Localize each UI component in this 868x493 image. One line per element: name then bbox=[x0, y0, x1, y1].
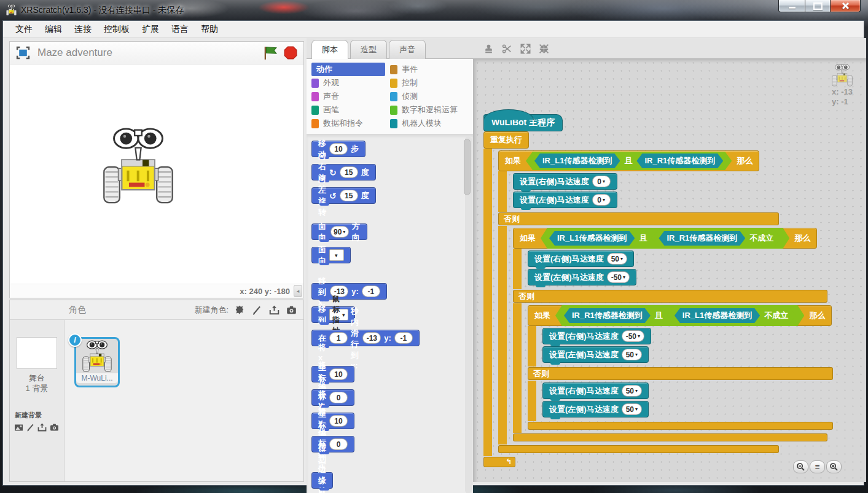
delete-tool-button[interactable] bbox=[501, 42, 513, 55]
speed-dropdown[interactable]: 50 bbox=[622, 349, 642, 360]
palette-tab-1[interactable]: 脚本 bbox=[311, 40, 348, 59]
value-input[interactable]: -13 bbox=[362, 332, 381, 344]
palette-block[interactable]: 面向90方向 bbox=[311, 223, 367, 240]
shrink-tool-button[interactable] bbox=[538, 42, 550, 55]
menu-dropdown[interactable]: 鼠标指针 bbox=[329, 309, 348, 320]
set-left-motor-block[interactable]: 设置(左侧)马达速度50 bbox=[542, 401, 649, 417]
else-bar[interactable]: 否则 bbox=[513, 290, 827, 303]
paint-backdrop-button[interactable] bbox=[26, 422, 35, 432]
value-input[interactable]: 10 bbox=[329, 368, 348, 380]
stage-thumbnail[interactable] bbox=[17, 337, 57, 369]
category-1[interactable]: 动作 bbox=[311, 63, 385, 76]
value-input[interactable]: 10 bbox=[329, 415, 348, 427]
speed-dropdown[interactable]: 50 bbox=[622, 385, 642, 397]
stop-icon[interactable] bbox=[284, 46, 297, 60]
speed-dropdown[interactable]: 50 bbox=[607, 253, 627, 265]
category-5[interactable]: 机器人模块 bbox=[390, 117, 471, 130]
image-backdrop-button[interactable] bbox=[14, 422, 24, 432]
close-button[interactable] bbox=[830, 0, 861, 12]
palette-block[interactable]: 移到 x:-13y:-1 bbox=[311, 283, 387, 300]
palette-block[interactable]: 面向 bbox=[311, 247, 351, 263]
sprite-card-selected[interactable]: M-WuLi... bbox=[74, 337, 120, 387]
sensor-block-ir-l1[interactable]: IR_L1传感器检测到 bbox=[674, 308, 760, 323]
if-else-block-2[interactable]: 如果 IR_L1传感器检测到 且 IR_R1传感器检测到 不成立 bbox=[513, 228, 833, 441]
speed-dropdown[interactable]: -50 bbox=[622, 330, 644, 342]
category-1[interactable]: 事件 bbox=[390, 63, 471, 76]
speed-dropdown[interactable]: 50 bbox=[622, 403, 642, 415]
minimize-button[interactable] bbox=[778, 0, 805, 12]
stage-selector[interactable]: 舞台 1 背景 新建背景 bbox=[10, 320, 65, 481]
menu-dropdown[interactable] bbox=[329, 249, 344, 261]
sensor-block-ir-r1[interactable]: IR_R1传感器检测到 bbox=[636, 153, 723, 168]
palette-scrollbar[interactable] bbox=[465, 136, 472, 493]
palette-block[interactable]: 移到鼠标指针 bbox=[311, 306, 355, 323]
menu-item-7[interactable]: 帮助 bbox=[195, 21, 224, 37]
palette-tab-3[interactable]: 声音 bbox=[389, 40, 426, 59]
camera-sprite-button[interactable] bbox=[284, 303, 299, 317]
and-operator[interactable]: IR_L1传感器检测到 且 IR_R1传感器检测到 不成立 bbox=[541, 228, 789, 249]
value-input[interactable]: 15 bbox=[340, 166, 358, 178]
set-right-motor-block[interactable]: 设置(右侧)马达速度50 bbox=[528, 250, 634, 267]
camera-backdrop-button[interactable] bbox=[49, 422, 60, 432]
upload-sprite-button[interactable] bbox=[267, 303, 281, 317]
zoom-out-button[interactable] bbox=[793, 460, 808, 473]
zoom-in-button[interactable] bbox=[826, 460, 842, 473]
value-input[interactable]: 0 bbox=[329, 392, 348, 403]
upload-backdrop-button[interactable] bbox=[37, 422, 47, 432]
category-3[interactable]: 侦测 bbox=[390, 90, 471, 103]
else-bar[interactable]: 否则 bbox=[498, 212, 779, 225]
menu-item-4[interactable]: 控制板 bbox=[98, 21, 136, 37]
sensor-block-ir-r1[interactable]: IR_R1传感器检测到 bbox=[659, 231, 745, 246]
new-sprite-button[interactable] bbox=[232, 303, 247, 317]
menu-item-2[interactable]: 编辑 bbox=[39, 21, 68, 37]
palette-block[interactable]: 碰到边缘就反弹 bbox=[311, 472, 333, 489]
set-left-motor-block[interactable]: 设置(左侧)马达速度0 bbox=[513, 192, 617, 208]
maximize-button[interactable] bbox=[805, 0, 830, 12]
category-4[interactable]: 数字和逻辑运算 bbox=[390, 103, 471, 117]
sprite-info-badge[interactable]: i bbox=[68, 333, 82, 347]
if-else-block-3[interactable]: 如果 IR_R1传感器检测到 且 IR_L1传感器检测到 不成立 bbox=[528, 305, 833, 430]
speed-dropdown[interactable]: 0 bbox=[592, 176, 611, 187]
stage-canvas[interactable] bbox=[10, 64, 303, 284]
set-right-motor-block[interactable]: 设置(右侧)马达速度-50 bbox=[542, 328, 651, 344]
menu-item-3[interactable]: 连接 bbox=[68, 21, 98, 37]
category-5[interactable]: 数据和指令 bbox=[311, 117, 390, 130]
value-dropdown[interactable]: 90 bbox=[330, 226, 349, 238]
grow-tool-button[interactable] bbox=[519, 42, 531, 55]
if-else-block-1[interactable]: 如果 IR_L1传感器检测到 且 IR_R1传感器检测到 那么 设置(右侧)马达… bbox=[498, 150, 833, 453]
not-operator[interactable]: IR_R1传感器检测到 不成立 bbox=[651, 230, 781, 247]
zoom-reset-button[interactable]: = bbox=[810, 460, 825, 473]
value-input[interactable]: -1 bbox=[394, 332, 413, 344]
palette-block[interactable]: 向左旋转↺15度 bbox=[311, 187, 376, 204]
green-flag-icon[interactable] bbox=[263, 45, 278, 60]
set-right-motor-block[interactable]: 设置(右侧)马达速度0 bbox=[513, 173, 617, 190]
sensor-block-ir-l1[interactable]: IR_L1传感器检测到 bbox=[549, 231, 635, 246]
category-2[interactable]: 控制 bbox=[390, 76, 471, 90]
script-area[interactable]: x: -13 y: -1 WuLiBot 主程序 重复执行 如果 IR_L1传感… bbox=[474, 59, 866, 482]
set-right-motor-block[interactable]: 设置(右侧)马达速度50 bbox=[542, 382, 649, 399]
robot-sprite[interactable] bbox=[101, 127, 176, 207]
menu-item-5[interactable]: 扩展 bbox=[136, 21, 165, 37]
category-4[interactable]: 画笔 bbox=[311, 103, 390, 117]
sensor-block-ir-l1[interactable]: IR_L1传感器检测到 bbox=[534, 153, 620, 168]
forever-block[interactable]: 重复执行 如果 IR_L1传感器检测到 且 IR_R1传感器检测到 bbox=[483, 131, 833, 467]
menu-item-6[interactable]: 语言 bbox=[165, 21, 195, 37]
and-operator[interactable]: IR_L1传感器检测到 且 IR_R1传感器检测到 bbox=[526, 152, 732, 170]
speed-dropdown[interactable]: 0 bbox=[592, 194, 611, 206]
set-left-motor-block[interactable]: 设置(左侧)马达速度-50 bbox=[528, 269, 636, 285]
value-input[interactable]: 1 bbox=[329, 332, 348, 344]
sensor-block-ir-r1[interactable]: IR_R1传感器检测到 bbox=[564, 308, 651, 323]
value-input[interactable]: 0 bbox=[329, 438, 348, 450]
value-input[interactable]: -1 bbox=[362, 285, 380, 297]
and-operator[interactable]: IR_R1传感器检测到 且 IR_L1传感器检测到 不成立 bbox=[555, 305, 804, 326]
category-3[interactable]: 声音 bbox=[311, 90, 390, 103]
set-left-motor-block[interactable]: 设置(左侧)马达速度50 bbox=[542, 346, 649, 363]
speed-dropdown[interactable]: -50 bbox=[607, 271, 630, 283]
fullscreen-icon[interactable] bbox=[16, 46, 30, 60]
menu-item-1[interactable]: 文件 bbox=[9, 21, 39, 37]
palette-block[interactable]: 在1秒内滑行到 x:-13y:-1 bbox=[311, 330, 420, 346]
not-operator[interactable]: IR_L1传感器检测到 不成立 bbox=[667, 307, 796, 324]
hat-block[interactable]: WuLiBot 主程序 bbox=[483, 114, 563, 131]
else-bar[interactable]: 否则 bbox=[528, 367, 833, 380]
value-input[interactable]: 10 bbox=[329, 143, 348, 155]
